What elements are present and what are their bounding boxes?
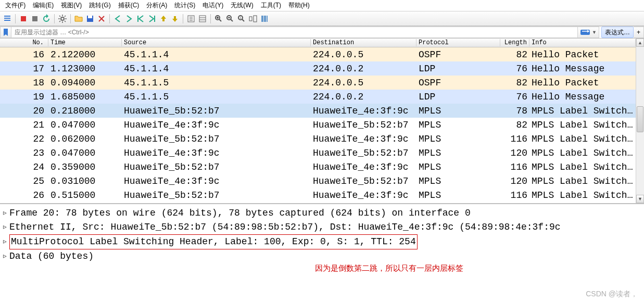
col-info[interactable]: Info [529,39,636,46]
settings-icon[interactable] [57,14,68,24]
cell-dst: HuaweiTe_4e:3f:9c [311,162,416,172]
resize-icon[interactable] [248,14,258,24]
list-icon[interactable] [2,14,12,24]
cell-info: MPLS Label Switch… [529,176,636,186]
separator [54,14,55,23]
cell-no: 23 [0,148,48,158]
detail-frame[interactable]: ▹ Frame 20: 78 bytes on wire (624 bits),… [0,206,644,220]
menu-item[interactable]: 跳转(G) [86,0,113,11]
filter-dropdown-icon[interactable]: ▼ [578,27,599,38]
cell-prot: MPLS [416,148,500,158]
zoom-in-icon[interactable] [213,14,224,24]
cell-src: HuaweiTe_5b:52:b7 [122,134,311,144]
restart-icon[interactable] [41,14,52,24]
expand-icon[interactable]: ▹ [2,220,9,234]
separator [183,14,183,23]
menu-item[interactable]: 视图(V) [58,0,85,11]
col-protocol[interactable]: Protocol [416,39,500,46]
col-dest[interactable]: Destination [311,39,416,46]
scroll-thumb[interactable] [637,106,643,132]
expand-icon[interactable]: ▹ [2,206,9,220]
record-icon[interactable] [18,14,29,24]
packet-row[interactable]: 200.218000HuaweiTe_5b:52:b7HuaweiTe_4e:3… [0,104,636,118]
cell-src: 45.1.1.5 [122,78,311,88]
packet-row[interactable]: 210.047000HuaweiTe_4e:3f:9cHuaweiTe_5b:5… [0,118,636,132]
expression-button[interactable]: 表达式… [601,27,634,38]
folder-icon[interactable] [73,14,84,24]
columns-icon[interactable] [259,14,270,24]
expand-icon[interactable]: ▹ [2,249,9,264]
col-length[interactable]: Length [500,39,529,46]
packet-row[interactable]: 240.359000HuaweiTe_5b:52:b7HuaweiTe_4e:3… [0,160,636,174]
col-time[interactable]: Time [48,39,122,46]
cell-prot: MPLS [416,176,500,186]
menu-item[interactable]: 分析(A) [143,0,170,11]
cell-no: 20 [0,106,48,116]
svg-rect-3 [21,16,26,21]
cell-dst: 224.0.0.5 [311,78,416,88]
packet-row[interactable]: 191.68500045.1.1.5224.0.0.2LDP76Hello Me… [0,90,636,104]
packet-row[interactable]: 260.515000HuaweiTe_5b:52:b7HuaweiTe_4e:3… [0,188,636,202]
menu-item[interactable]: 文件(F) [2,0,29,11]
cell-time: 0.047000 [48,148,122,158]
packet-row[interactable]: 250.031000HuaweiTe_4e:3f:9cHuaweiTe_5b:5… [0,174,636,188]
cell-len: 116 [500,190,529,200]
save-icon[interactable] [85,14,95,24]
up-icon[interactable] [158,14,169,24]
cell-no: 17 [0,64,48,74]
cell-no: 25 [0,176,48,186]
packet-list-scrollbar[interactable]: ▲ ▼ [636,39,644,203]
menu-item[interactable]: 统计(S) [171,0,198,11]
menu-item[interactable]: 帮助(H) [285,0,313,11]
cell-prot: OSPF [416,78,500,88]
svg-rect-16 [249,17,252,21]
prev-icon[interactable] [112,14,123,24]
menu-item[interactable]: 工具(T) [258,0,284,11]
cell-no: 24 [0,162,48,172]
close-icon[interactable] [96,14,107,24]
add-filter-button[interactable]: + [634,27,644,38]
zoom-out-icon[interactable] [225,14,235,24]
packet-row[interactable]: 180.09400045.1.1.5224.0.0.5OSPF82Hello P… [0,76,636,90]
packet-row[interactable]: 230.047000HuaweiTe_4e:3f:9cHuaweiTe_5b:5… [0,146,636,160]
menu-item[interactable]: 捕获(C) [115,0,143,11]
cell-time: 0.062000 [48,134,122,144]
cell-src: HuaweiTe_5b:52:b7 [122,190,311,200]
detail-mpls[interactable]: ▹ MultiProtocol Label Switching Header, … [0,234,644,249]
display-filter-input[interactable] [11,27,578,38]
display-filter-bar: ▼ 表达式… + [0,26,644,39]
svg-rect-18 [261,16,263,22]
autoscroll-icon[interactable] [186,14,196,24]
col-source[interactable]: Source [122,39,311,46]
detail-ethernet[interactable]: ▹ Ethernet II, Src: HuaweiTe_5b:52:b7 (5… [0,220,644,234]
menu-item[interactable]: 电话(Y) [199,0,226,11]
separator [15,14,16,23]
packet-row[interactable]: 162.12200045.1.1.4224.0.0.5OSPF82Hello P… [0,47,636,61]
down-icon[interactable] [170,14,180,24]
menu-item[interactable]: 编辑(E) [30,0,57,11]
expand-icon[interactable]: ▹ [2,235,9,249]
packet-row[interactable]: 220.062000HuaweiTe_5b:52:b7HuaweiTe_4e:3… [0,132,636,146]
menu-item[interactable]: 无线(W) [228,0,256,11]
scroll-down-button[interactable]: ▼ [636,195,644,203]
cell-info: Hello Packet [529,78,636,88]
next-icon[interactable] [124,14,134,24]
scroll-up-button[interactable]: ▲ [636,39,644,47]
packet-list-header[interactable]: No. Time Source Destination Protocol Len… [0,39,636,47]
zoom-reset-icon[interactable]: 1 [236,14,247,24]
packet-row[interactable]: 171.12300045.1.1.4224.0.0.2LDP76Hello Me… [0,61,636,76]
cell-dst: HuaweiTe_5b:52:b7 [311,148,416,158]
cell-prot: OSPF [416,49,500,60]
watermark: CSDN @读者， [586,290,638,299]
first-icon[interactable] [135,14,146,24]
cell-dst: HuaweiTe_4e:3f:9c [311,106,416,116]
cell-src: HuaweiTe_4e:3f:9c [122,176,311,186]
svg-rect-21 [580,30,590,35]
list2-icon[interactable] [197,14,208,24]
cell-dst: HuaweiTe_5b:52:b7 [311,120,416,130]
stop-icon[interactable] [30,14,40,24]
last-icon[interactable] [147,14,157,24]
bookmark-icon[interactable] [0,27,11,38]
col-no[interactable]: No. [0,39,48,46]
cell-prot: LDP [416,92,500,102]
